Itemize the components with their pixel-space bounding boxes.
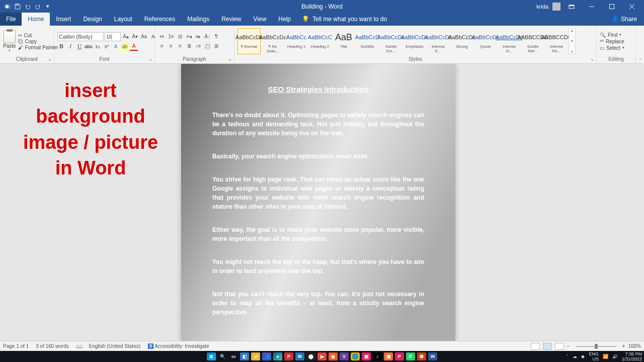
app-icon-10[interactable]: P xyxy=(395,352,404,360)
app-icon-7[interactable]: ▣ xyxy=(362,352,371,360)
status-spell-icon[interactable]: 📖 xyxy=(76,343,82,349)
explorer-icon[interactable]: 📁 xyxy=(251,352,260,360)
grow-font-button[interactable]: A▴ xyxy=(122,33,130,41)
paragraph-launcher-icon[interactable]: ↘ xyxy=(228,57,233,62)
sort-button[interactable]: A↓ xyxy=(203,33,211,41)
zoom-in-button[interactable]: + xyxy=(622,343,625,349)
app-icon-2[interactable]: ✉ xyxy=(295,352,304,360)
edge-icon[interactable]: e xyxy=(273,352,282,360)
view-web-button[interactable] xyxy=(555,343,564,350)
multilevel-button[interactable]: ⊟ xyxy=(176,33,184,41)
style-title[interactable]: AaBTitle xyxy=(332,28,355,54)
whatsapp-icon[interactable]: ✆ xyxy=(406,352,415,360)
bold-button[interactable]: B xyxy=(57,43,65,51)
close-button[interactable] xyxy=(623,0,641,13)
tray-onedrive-icon[interactable]: ☁ xyxy=(573,354,577,359)
subscript-button[interactable]: x₂ xyxy=(94,43,102,51)
style-intense-e-[interactable]: AaBbCcDcIntense E... xyxy=(427,28,450,54)
highlight-button[interactable]: ab xyxy=(121,43,129,51)
taskbar-search-icon[interactable]: 🔍 xyxy=(218,352,227,360)
align-center-button[interactable]: ≡ xyxy=(167,42,175,50)
zoom-slider[interactable] xyxy=(576,346,616,347)
align-left-button[interactable]: ≡ xyxy=(158,42,166,50)
clipboard-launcher-icon[interactable]: ↘ xyxy=(48,57,53,62)
tab-file[interactable]: File xyxy=(0,13,22,26)
status-words[interactable]: 3 of 160 words xyxy=(36,343,69,349)
start-button[interactable]: ⊞ xyxy=(207,352,216,360)
app-icon-3[interactable]: ⬤ xyxy=(306,352,315,360)
view-read-button[interactable] xyxy=(531,343,540,350)
numbering-button[interactable]: 1≡ xyxy=(167,33,175,41)
qat-more-icon[interactable]: ▾ xyxy=(44,3,51,10)
status-page[interactable]: Page 1 of 1 xyxy=(3,343,29,349)
underline-button[interactable]: U xyxy=(75,43,84,51)
style-emphasis[interactable]: AaBbCcDcEmphasis xyxy=(403,28,426,54)
style--normal[interactable]: AaBbCcDc¶ Normal xyxy=(237,28,261,54)
font-size-combo[interactable]: 16 xyxy=(105,32,121,41)
user-name[interactable]: krida xyxy=(534,4,550,10)
shading-button[interactable]: ▢ xyxy=(203,42,211,50)
redo-icon[interactable] xyxy=(34,3,41,10)
tab-layout[interactable]: Layout xyxy=(108,13,138,26)
borders-button[interactable]: ⊞ xyxy=(212,42,220,50)
style-strong[interactable]: AaBbCcDcStrong xyxy=(450,28,473,54)
view-print-button[interactable] xyxy=(543,343,552,350)
align-right-button[interactable]: ≡ xyxy=(176,42,184,50)
system-tray[interactable]: ˄ ☁ ◆ ENGUS 📶 🔊 7:36 PM1/31/2022 xyxy=(566,351,642,361)
collapse-ribbon-icon[interactable]: ˄ xyxy=(636,26,644,63)
style--no-spac-[interactable]: AaBbCcDc¶ No Spac... xyxy=(261,28,284,54)
tellme-search[interactable]: 💡 Tell me what you want to do xyxy=(297,13,392,26)
styles-scroll[interactable]: ▲▼▾ xyxy=(569,28,576,54)
user-avatar[interactable] xyxy=(552,3,560,11)
app-icon-5[interactable]: ◉ xyxy=(329,352,338,360)
tab-references[interactable]: References xyxy=(138,13,181,26)
tray-chevron-icon[interactable]: ˄ xyxy=(566,354,569,359)
style-heading-2[interactable]: AaBbCcCHeading 2 xyxy=(308,28,332,54)
save-icon[interactable] xyxy=(14,3,21,10)
copy-button[interactable]: ⿻Copy xyxy=(18,39,58,44)
bullets-button[interactable]: •≡ xyxy=(158,33,166,41)
font-name-combo[interactable]: Calibri (Body) xyxy=(57,32,104,41)
zoom-level[interactable]: 100% xyxy=(628,343,641,349)
maximize-button[interactable] xyxy=(603,0,621,13)
find-button[interactable]: 🔍Find▾ xyxy=(600,32,624,38)
tray-language[interactable]: ENGUS xyxy=(589,351,599,361)
style-subtle-em-[interactable]: AaBbCcDcSubtle Em... xyxy=(379,28,403,54)
app-icon-9[interactable]: ▦ xyxy=(384,352,393,360)
undo-icon[interactable] xyxy=(24,3,31,10)
tray-clock[interactable]: 7:36 PM1/31/2022 xyxy=(622,351,642,361)
word-taskbar-icon[interactable]: W xyxy=(428,352,437,360)
app-icon-6[interactable]: V xyxy=(340,352,349,360)
style-subtitle[interactable]: AaBbCcDSubtitle xyxy=(356,28,379,54)
minimize-button[interactable] xyxy=(583,0,601,13)
tab-design[interactable]: Design xyxy=(77,13,108,26)
strike-button[interactable]: abc xyxy=(85,43,93,51)
styles-launcher-icon[interactable]: ↘ xyxy=(590,57,595,62)
status-language[interactable]: English (United States) xyxy=(89,343,140,349)
status-accessibility[interactable]: ♿ Accessibility: Investigate xyxy=(147,343,209,349)
tray-volume-icon[interactable]: 🔊 xyxy=(612,354,618,359)
widgets-icon[interactable]: ◧ xyxy=(240,352,249,360)
tray-wifi-icon[interactable]: 📶 xyxy=(603,354,608,359)
zoom-out-button[interactable]: − xyxy=(567,343,570,349)
tab-mailings[interactable]: Mailings xyxy=(181,13,215,26)
teams-icon[interactable]: 👥 xyxy=(262,352,271,360)
app-icon-1[interactable]: P xyxy=(284,352,293,360)
share-button[interactable]: 👤 Share xyxy=(604,13,644,26)
replace-button[interactable]: ᵃᵇReplace xyxy=(600,39,624,44)
line-spacing-button[interactable]: ↕≡ xyxy=(194,42,202,50)
tray-app-icon[interactable]: ◆ xyxy=(581,354,585,359)
shrink-font-button[interactable]: A▾ xyxy=(131,33,139,41)
document-page[interactable]: SEO Strategies Introduction There's no d… xyxy=(181,64,455,341)
change-case-button[interactable]: Aa xyxy=(140,33,148,41)
format-painter-button[interactable]: 🖌Format Painter xyxy=(18,45,58,50)
chrome-icon[interactable] xyxy=(351,352,360,360)
ribbon-display-icon[interactable] xyxy=(562,0,581,13)
style-heading-1[interactable]: AaBbCcHeading 1 xyxy=(285,28,308,54)
font-color-button[interactable]: A xyxy=(130,43,138,51)
app-icon-4[interactable]: ▶ xyxy=(317,352,327,360)
office-icon[interactable]: ⬢ xyxy=(417,352,426,360)
justify-button[interactable]: ≣ xyxy=(185,42,193,50)
dec-indent-button[interactable]: ≡◂ xyxy=(185,33,193,41)
font-launcher-icon[interactable]: ↘ xyxy=(148,57,153,62)
